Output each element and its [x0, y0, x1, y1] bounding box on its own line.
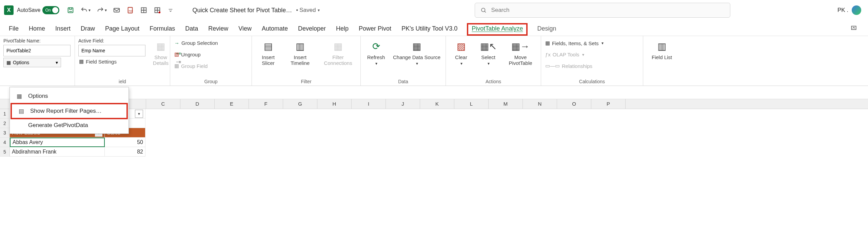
tab-developer[interactable]: Developer	[297, 23, 327, 36]
row-header[interactable]: 4	[0, 138, 10, 147]
options-icon: ▦	[6, 60, 11, 65]
col-header-l[interactable]: L	[454, 99, 489, 109]
tab-pivottable-analyze[interactable]: PivotTable Analyze	[467, 23, 528, 36]
cell-a4[interactable]: Abbas Avery	[10, 138, 105, 147]
chevron-down-icon[interactable]: ▾	[135, 110, 143, 118]
arrow-right-icon: →	[174, 40, 179, 46]
col-header-f[interactable]: F	[249, 99, 283, 109]
redo-icon[interactable]: ▾	[95, 5, 108, 15]
options-menu: ▦ Options ▤ Show Report Filter Pages… Ge…	[9, 87, 129, 134]
tab-help[interactable]: Help	[335, 23, 349, 36]
field-list-button[interactable]: ▥ Field List	[650, 38, 674, 85]
show-details-button: ▦ Show Details	[149, 38, 173, 77]
menu-item-options[interactable]: ▦ Options	[10, 89, 129, 103]
insert-timeline-button[interactable]: ▥ Insert Timeline	[284, 38, 316, 77]
insert-slicer-button[interactable]: ▤ Insert Slicer	[255, 38, 281, 77]
row-header[interactable]: 5	[0, 147, 10, 157]
pivot-name-input[interactable]	[3, 45, 71, 56]
field-list-icon: ▥	[655, 39, 669, 53]
field-settings-button[interactable]: ▦ Field Settings	[78, 58, 145, 65]
clear-button[interactable]: ▨ Clear▾	[449, 38, 473, 77]
select-icon: ▦↖	[481, 39, 495, 53]
tab-power-pivot[interactable]: Power Pivot	[358, 23, 392, 36]
col-header-h[interactable]: H	[317, 99, 352, 109]
search-input[interactable]	[491, 6, 725, 14]
col-header-p[interactable]: P	[591, 99, 626, 109]
tab-utility[interactable]: PK's Utility Tool V3.0	[401, 23, 458, 36]
ribbon-collapse-icon[interactable]	[848, 23, 860, 36]
save-status[interactable]: • Saved ▾	[296, 7, 320, 14]
save-icon[interactable]	[65, 5, 76, 15]
group-label-group: Group	[174, 78, 248, 85]
table-row: 3 Row Labels ▾ Sales	[0, 128, 868, 138]
table-row: 5 Abdirahman Frank 82	[0, 147, 868, 157]
tab-file[interactable]: File	[8, 23, 19, 36]
tab-page-layout[interactable]: Page Layout	[104, 23, 140, 36]
tab-review[interactable]: Review	[208, 23, 229, 36]
tab-formulas[interactable]: Formulas	[149, 23, 176, 36]
row-header[interactable]: 3	[0, 128, 10, 138]
pdf-icon[interactable]: PDF	[125, 5, 135, 15]
fields-items-sets-button[interactable]: ▦ Fields, Items, & Sets ▾	[545, 39, 604, 47]
tab-automate[interactable]: Automate	[261, 23, 289, 36]
undo-icon[interactable]: ▾	[79, 5, 92, 15]
row-header[interactable]: 2	[0, 119, 10, 128]
change-data-source-button[interactable]: ▦ Change Data Source ▾	[391, 38, 442, 77]
group-label-active-field: ield	[78, 78, 166, 85]
col-header-n[interactable]: N	[523, 99, 557, 109]
report-filter-pages-icon: ▤	[17, 107, 25, 115]
cell-b5[interactable]: 82	[105, 147, 145, 157]
ribbon-tabs: File Home Insert Draw Page Layout Formul…	[0, 20, 868, 36]
tab-design[interactable]: Design	[536, 23, 557, 36]
search-box[interactable]	[475, 3, 730, 18]
tab-view[interactable]: View	[238, 23, 252, 36]
refresh-icon: ⟳	[369, 39, 383, 53]
account-avatar[interactable]	[852, 5, 861, 15]
col-header-i[interactable]: I	[352, 99, 386, 109]
tab-data[interactable]: Data	[184, 23, 199, 36]
mail-icon[interactable]	[112, 5, 122, 15]
document-title[interactable]: Quick Create Sheet for Pivot Table…	[192, 7, 292, 14]
svg-text:PDF: PDF	[129, 10, 133, 12]
cell-a5[interactable]: Abdirahman Frank	[10, 147, 105, 157]
tab-home[interactable]: Home	[28, 23, 46, 36]
worksheet[interactable]: 1 ▾ 2 3 Row Labels ▾ Sales 4 Abbas Avery…	[0, 109, 868, 157]
borders-icon[interactable]	[139, 5, 149, 15]
group-label-actions: Actions	[449, 78, 537, 85]
relationships-button: ▭—▭ Relationships	[545, 62, 604, 70]
account-name[interactable]: PK .	[837, 7, 848, 14]
title-bar: X AutoSave On ▾ ▾ PDF	[0, 0, 868, 20]
quick-access-toolbar: ▾ ▾ PDF	[65, 5, 175, 15]
options-dropdown-button[interactable]: ▦ Options ▾	[3, 58, 61, 67]
pivot-name-label: PivotTable Name:	[3, 38, 71, 43]
col-header-k[interactable]: K	[420, 99, 454, 109]
col-header-o[interactable]: O	[557, 99, 591, 109]
cell-b4[interactable]: 50	[105, 138, 145, 147]
tab-insert[interactable]: Insert	[55, 23, 71, 36]
autosave-toggle[interactable]: On	[42, 6, 59, 14]
ungroup-icon: ▧	[174, 51, 179, 57]
col-header-d[interactable]: D	[180, 99, 215, 109]
col-header-m[interactable]: M	[489, 99, 523, 109]
group-field-button: ▦ Group Field	[174, 62, 219, 70]
row-header[interactable]: 1	[0, 109, 10, 119]
move-button[interactable]: ▦→ Move PivotTable	[504, 38, 537, 77]
group-selection-button[interactable]: → Group Selection	[174, 39, 219, 47]
column-headers: B C D E F G H I J K L M N O P	[0, 99, 868, 109]
select-button[interactable]: ▦↖ Select▾	[476, 38, 500, 77]
qat-overflow-icon[interactable]	[166, 5, 175, 15]
refresh-button[interactable]: ⟳ Refresh▾	[364, 38, 388, 77]
menu-item-generate-getpivotdata[interactable]: Generate GetPivotData	[10, 119, 129, 131]
tab-draw[interactable]: Draw	[80, 23, 96, 36]
olap-tools-button: ƒx OLAP Tools ▾	[545, 51, 604, 58]
col-header-j[interactable]: J	[386, 99, 420, 109]
menu-item-show-report-filter-pages[interactable]: ▤ Show Report Filter Pages…	[11, 103, 128, 119]
active-field-input[interactable]	[78, 45, 145, 56]
ungroup-button[interactable]: ▧ Ungroup	[174, 51, 219, 58]
col-header-e[interactable]: E	[215, 99, 249, 109]
col-header-c[interactable]: C	[146, 99, 180, 109]
col-header-g[interactable]: G	[283, 99, 317, 109]
svg-rect-1	[114, 8, 120, 12]
table-row: 2	[0, 119, 868, 128]
borders2-icon[interactable]	[152, 5, 162, 15]
